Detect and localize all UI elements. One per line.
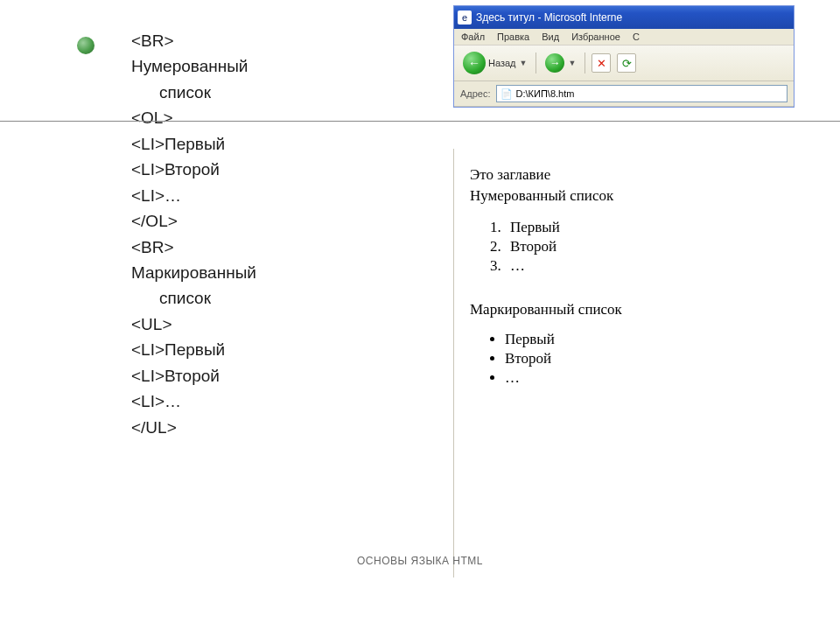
forward-arrow-icon: → [545, 53, 564, 73]
back-label: Назад [488, 58, 516, 68]
back-arrow-icon: ← [463, 52, 486, 74]
ie-app-icon: e [458, 10, 472, 24]
toolbar-separator [584, 52, 585, 74]
rendered-page: Это заглавие Нумерованный список Первый … [453, 149, 794, 578]
code-line: список [131, 80, 411, 105]
refresh-button[interactable]: ⟳ [617, 53, 636, 73]
address-label: Адрес: [460, 88, 491, 99]
browser-window: e Здесь титул - Microsoft Interne Файл П… [453, 5, 794, 108]
toolbar: ← Назад ▼ → ▼ ✕ ⟳ [454, 46, 794, 81]
list-item: Первый [505, 331, 786, 348]
code-line: </UL> [131, 415, 411, 440]
code-line: </OL> [131, 208, 411, 234]
unordered-list: Первый Второй … [505, 331, 786, 387]
address-value: D:\КИП\8.htm [516, 88, 575, 99]
list-item: … [505, 257, 786, 275]
code-line: <OL> [131, 105, 411, 130]
list-bullet-icon [77, 37, 94, 54]
list-item: Второй [505, 238, 786, 256]
code-line: <UL> [131, 312, 411, 337]
source-code-block: <BR>Нумерованныйсписок<OL><LI>Первый<LI>… [131, 28, 411, 440]
page-subheading-unordered: Маркированный список [470, 301, 786, 318]
code-line: <LI>Первый [131, 337, 411, 362]
code-line: <LI>… [131, 183, 411, 208]
chevron-down-icon: ▼ [568, 59, 576, 67]
stop-icon: ✕ [597, 57, 606, 70]
menubar: Файл Правка Вид Избранное С [454, 29, 794, 46]
code-line: Маркированный [131, 260, 411, 285]
window-title: Здесь титул - Microsoft Interne [476, 11, 622, 24]
list-item: Второй [505, 350, 786, 368]
list-item: Первый [505, 219, 786, 236]
back-button[interactable]: ← Назад ▼ [460, 50, 529, 76]
slide-footer: ОСНОВЫ ЯЗЫКА HTML [0, 555, 840, 567]
refresh-icon: ⟳ [622, 57, 632, 70]
ordered-list: Первый Второй … [505, 219, 786, 275]
forward-button[interactable]: → ▼ [542, 52, 578, 74]
code-line: список [131, 285, 411, 311]
code-line: <LI>Второй [131, 157, 411, 182]
list-item: … [505, 369, 786, 387]
menu-favorites[interactable]: Избранное [571, 32, 620, 42]
page-heading: Это заглавие [470, 166, 786, 184]
menu-edit[interactable]: Правка [497, 32, 529, 42]
horizontal-divider [0, 121, 840, 122]
menu-view[interactable]: Вид [542, 32, 559, 42]
code-line: <BR> [131, 234, 411, 260]
stop-button[interactable]: ✕ [592, 53, 611, 73]
browser-titlebar: e Здесь титул - Microsoft Interne [454, 6, 794, 29]
menu-more[interactable]: С [633, 32, 640, 42]
code-line: <BR> [131, 28, 411, 53]
toolbar-separator [536, 52, 536, 74]
document-icon: 📄 [500, 88, 513, 100]
page-subheading-ordered: Нумерованный список [470, 187, 786, 205]
code-line: Нумерованный [131, 53, 411, 79]
code-line: <LI>… [131, 388, 411, 414]
menu-file[interactable]: Файл [461, 32, 485, 42]
code-line: <LI>Первый [131, 131, 411, 157]
chevron-down-icon: ▼ [520, 59, 528, 67]
code-line: <LI>Второй [131, 363, 411, 388]
address-bar-row: Адрес: 📄 D:\КИП\8.htm [454, 81, 794, 107]
address-field[interactable]: 📄 D:\КИП\8.htm [496, 85, 788, 102]
